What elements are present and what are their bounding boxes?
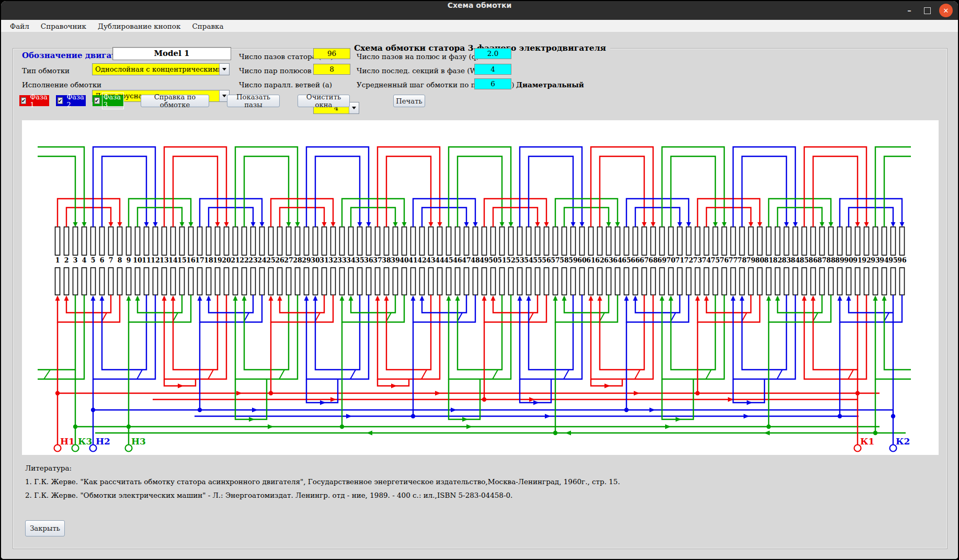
svg-text:59: 59 xyxy=(568,256,577,264)
svg-text:40: 40 xyxy=(399,256,409,264)
svg-text:75: 75 xyxy=(711,256,720,264)
svg-text:46: 46 xyxy=(453,256,462,264)
winding-design-label: Исполнение обмотки xyxy=(22,81,101,89)
menu-item-help[interactable]: Справка xyxy=(186,21,229,31)
svg-text:82: 82 xyxy=(773,256,782,264)
svg-text:7: 7 xyxy=(109,256,113,264)
svg-text:54: 54 xyxy=(524,256,533,264)
svg-text:55: 55 xyxy=(533,256,542,264)
svg-text:28: 28 xyxy=(293,256,302,264)
clear-windows-button[interactable]: Очистить окна xyxy=(298,95,350,107)
svg-text:38: 38 xyxy=(382,256,391,264)
svg-text:77: 77 xyxy=(728,256,737,264)
svg-text:48: 48 xyxy=(471,256,480,264)
phase-label: Фаза 1 xyxy=(29,93,49,109)
q-field: 2.0 xyxy=(474,48,511,59)
print-button[interactable]: Печать xyxy=(393,95,425,107)
phase-label: Фаза 3 xyxy=(102,93,123,109)
svg-text:23: 23 xyxy=(248,256,257,264)
winding-type-combobox[interactable]: Однослойная с концентрическими катушками xyxy=(92,63,230,75)
svg-text:35: 35 xyxy=(355,256,364,264)
chevron-down-icon xyxy=(352,107,356,109)
svg-text:47: 47 xyxy=(462,256,471,264)
close-icon: ✕ xyxy=(939,4,953,17)
svg-text:К2: К2 xyxy=(896,436,910,447)
svg-text:18: 18 xyxy=(204,256,213,264)
maximize-button[interactable] xyxy=(919,1,935,20)
ycp-field: 6 xyxy=(474,78,511,89)
z1-field[interactable]: 96 xyxy=(313,48,350,59)
menu-item-reference[interactable]: Справочник xyxy=(35,21,92,31)
svg-text:67: 67 xyxy=(640,256,648,264)
chevron-down-icon xyxy=(222,68,226,71)
close-dialog-button[interactable]: Закрыть xyxy=(25,520,65,536)
svg-text:17: 17 xyxy=(195,256,204,264)
branches-dropdown-button[interactable] xyxy=(349,102,359,113)
svg-text:60: 60 xyxy=(577,256,587,264)
svg-text:19: 19 xyxy=(213,256,222,264)
svg-text:74: 74 xyxy=(702,256,711,264)
wc-field: 4 xyxy=(474,64,511,75)
show-slots-button[interactable]: Показать пазы xyxy=(227,95,280,107)
svg-text:63: 63 xyxy=(604,256,613,264)
svg-text:42: 42 xyxy=(417,256,426,264)
svg-text:Н1: Н1 xyxy=(60,436,75,447)
svg-text:13: 13 xyxy=(159,256,168,264)
svg-text:15: 15 xyxy=(177,256,186,264)
svg-text:53: 53 xyxy=(515,256,524,264)
menu-item-file[interactable]: Файл xyxy=(4,21,35,31)
winding-type-value: Однослойная с концентрическими катушками xyxy=(95,65,230,73)
svg-text:33: 33 xyxy=(337,256,346,264)
svg-text:65: 65 xyxy=(622,256,631,264)
svg-text:25: 25 xyxy=(266,256,275,264)
svg-text:41: 41 xyxy=(408,256,417,264)
svg-text:51: 51 xyxy=(497,256,506,264)
checkbox-icon: ✔ xyxy=(58,97,63,104)
svg-text:76: 76 xyxy=(720,256,729,264)
svg-text:85: 85 xyxy=(800,256,808,264)
menu-item-duplicate-buttons[interactable]: Дублирование кнопок xyxy=(92,21,186,31)
phase-2-checkbox[interactable]: ✔Фаза 2 xyxy=(56,95,86,106)
svg-text:22: 22 xyxy=(239,256,248,264)
svg-text:70: 70 xyxy=(666,256,676,264)
svg-text:К3: К3 xyxy=(78,436,92,447)
svg-text:72: 72 xyxy=(684,256,693,264)
svg-text:73: 73 xyxy=(693,256,702,264)
literature-block: Литература: 1. Г.К. Жерве. "Как рассчита… xyxy=(25,461,620,502)
chevron-down-icon xyxy=(222,95,226,97)
maximize-icon xyxy=(924,7,931,14)
ycp-note: Диаметральный xyxy=(516,81,584,89)
svg-text:96: 96 xyxy=(897,256,907,264)
winding-type-dropdown-button[interactable] xyxy=(219,64,229,75)
svg-text:89: 89 xyxy=(835,256,844,264)
minimize-button[interactable]: – xyxy=(901,1,917,20)
winding-type-label: Тип обмотки xyxy=(22,66,70,75)
literature-title: Литература: xyxy=(25,461,620,475)
motor-designation-input[interactable]: Model 1 xyxy=(112,47,231,60)
svg-text:9: 9 xyxy=(127,256,131,264)
poles-field[interactable]: 8 xyxy=(313,64,350,75)
window-title: Схема обмотки xyxy=(1,1,958,20)
close-button[interactable]: ✕ xyxy=(938,1,954,20)
winding-help-button[interactable]: Справка по обмотке xyxy=(141,95,209,107)
svg-text:44: 44 xyxy=(435,256,444,264)
svg-text:10: 10 xyxy=(133,256,142,264)
phase-1-checkbox[interactable]: ✔Фаза 1 xyxy=(19,95,49,106)
winding-diagram: 1234567891011121314151617181920212223242… xyxy=(22,120,939,455)
svg-text:20: 20 xyxy=(222,256,231,264)
svg-text:К1: К1 xyxy=(860,436,874,447)
svg-text:37: 37 xyxy=(373,256,382,264)
svg-text:21: 21 xyxy=(231,256,239,264)
svg-text:1: 1 xyxy=(55,256,60,264)
svg-text:95: 95 xyxy=(888,256,897,264)
svg-text:84: 84 xyxy=(791,256,800,264)
svg-text:4: 4 xyxy=(82,256,87,264)
svg-text:94: 94 xyxy=(880,256,889,264)
svg-text:32: 32 xyxy=(328,256,337,264)
svg-text:61: 61 xyxy=(586,256,595,264)
svg-text:88: 88 xyxy=(826,256,836,264)
svg-text:26: 26 xyxy=(275,256,284,264)
phase-3-checkbox[interactable]: ✔Фаза 3 xyxy=(93,95,123,106)
poles-label: Число пар полюсов (p) xyxy=(239,66,324,75)
svg-text:58: 58 xyxy=(560,256,569,264)
